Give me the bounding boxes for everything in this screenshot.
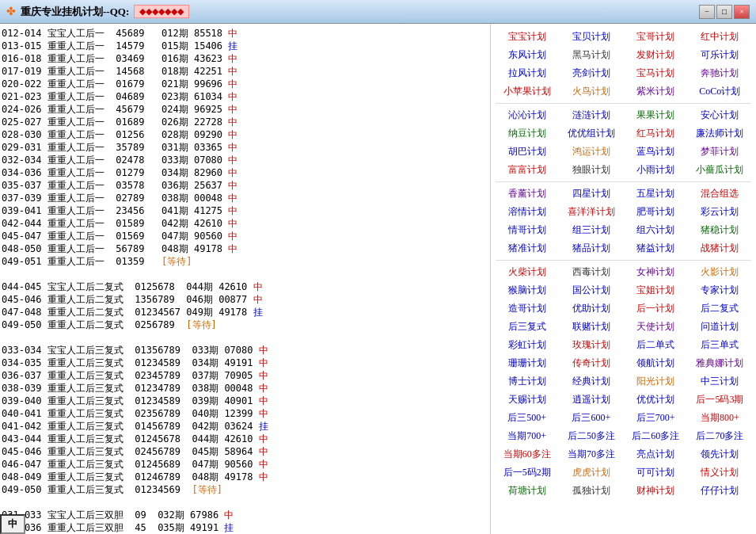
- plan-item[interactable]: 可乐计划: [689, 47, 751, 63]
- plan-item[interactable]: 肥哥计划: [625, 204, 687, 220]
- plan-item[interactable]: 独眼计划: [560, 162, 622, 178]
- plan-item[interactable]: 后三700+: [625, 410, 687, 426]
- plan-item[interactable]: 后二70多注: [689, 428, 751, 444]
- plan-item[interactable]: 喜洋洋计划: [560, 204, 622, 220]
- plan-item[interactable]: 财神计划: [625, 483, 687, 499]
- plan-item[interactable]: 亮剑计划: [560, 65, 622, 82]
- plan-item[interactable]: 问道计划: [689, 318, 751, 335]
- plan-item[interactable]: 果果计划: [625, 107, 687, 124]
- plan-item[interactable]: 博士计划: [496, 373, 558, 390]
- plan-item[interactable]: 后二50多注: [560, 428, 622, 444]
- maximize-button[interactable]: □: [716, 5, 732, 19]
- plan-item[interactable]: 沁沁计划: [496, 107, 558, 124]
- plan-item[interactable]: 宝贝计划: [560, 29, 622, 45]
- right-panel[interactable]: 宝宝计划宝贝计划宝哥计划红中计划东风计划黑马计划发财计划可乐计划拉风计划亮剑计划…: [491, 24, 756, 534]
- plan-item[interactable]: 涟涟计划: [560, 107, 622, 124]
- plan-item[interactable]: 后二60多注: [625, 428, 687, 444]
- plan-item[interactable]: 廉法师计划: [689, 125, 751, 142]
- plan-item[interactable]: 联赌计划: [560, 318, 622, 335]
- plan-item[interactable]: 荷塘计划: [496, 483, 558, 499]
- plan-item[interactable]: 当期800+: [689, 410, 751, 426]
- plan-item[interactable]: 领先计划: [689, 446, 751, 463]
- plan-item[interactable]: 红马计划: [625, 125, 687, 142]
- plan-item[interactable]: 后三单式: [689, 337, 751, 353]
- plan-item[interactable]: 造哥计划: [496, 300, 558, 317]
- plan-item[interactable]: 传奇计划: [560, 355, 622, 372]
- plan-item[interactable]: 宝哥计划: [625, 29, 687, 45]
- plan-item[interactable]: 珊珊计划: [496, 355, 558, 372]
- plan-item[interactable]: 小苹果计划: [496, 83, 558, 100]
- plan-item[interactable]: 宝马计划: [625, 65, 687, 82]
- plan-item[interactable]: 香薰计划: [496, 185, 558, 202]
- close-button[interactable]: ×: [734, 5, 750, 19]
- plan-item[interactable]: 经典计划: [560, 373, 622, 390]
- plan-item[interactable]: 优优计划: [625, 391, 687, 408]
- plan-item[interactable]: 优助计划: [560, 300, 622, 317]
- plan-item[interactable]: CoCo计划: [689, 83, 751, 100]
- plan-item[interactable]: 当期700+: [496, 428, 558, 444]
- plan-item[interactable]: 小雨计划: [625, 162, 687, 178]
- plan-item[interactable]: 五星计划: [625, 185, 687, 202]
- plan-item[interactable]: 后二复式: [689, 300, 751, 317]
- plan-item[interactable]: 宝姐计划: [625, 282, 687, 299]
- plan-item[interactable]: 奔驰计划: [689, 65, 751, 82]
- plan-item[interactable]: 后三600+: [560, 410, 622, 426]
- plan-item[interactable]: 优优组计划: [560, 125, 622, 142]
- plan-item[interactable]: 当期60多注: [496, 446, 558, 463]
- plan-item[interactable]: 鸿运计划: [560, 143, 622, 160]
- plan-item[interactable]: 当期70多注: [560, 446, 622, 463]
- plan-item[interactable]: 战猪计划: [689, 240, 751, 257]
- plan-item[interactable]: 专家计划: [689, 282, 751, 299]
- plan-item[interactable]: 红中计划: [689, 29, 751, 45]
- plan-item[interactable]: 后一计划: [625, 300, 687, 317]
- plan-item[interactable]: 后二单式: [625, 337, 687, 353]
- plan-item[interactable]: 可可计划: [625, 464, 687, 481]
- plan-item[interactable]: 猪益计划: [625, 240, 687, 257]
- plan-item[interactable]: 领航计划: [625, 355, 687, 372]
- plan-item[interactable]: 后一5码2期: [496, 464, 558, 481]
- plan-item[interactable]: 后一5码3期: [689, 391, 751, 408]
- plan-item[interactable]: 宝宝计划: [496, 29, 558, 45]
- plan-item[interactable]: 混合组选: [689, 185, 751, 202]
- plan-item[interactable]: 虎虎计划: [560, 464, 622, 481]
- plan-item[interactable]: 猪品计划: [560, 240, 622, 257]
- plan-item[interactable]: 猪准计划: [496, 240, 558, 257]
- plan-item[interactable]: 阳光计划: [625, 373, 687, 390]
- plan-item[interactable]: 猴脑计划: [496, 282, 558, 299]
- plan-item[interactable]: 四星计划: [560, 185, 622, 202]
- plan-item[interactable]: 情义计划: [689, 464, 751, 481]
- plan-item[interactable]: 逍遥计划: [560, 391, 622, 408]
- plan-item[interactable]: 天使计划: [625, 318, 687, 335]
- plan-item[interactable]: 雅典娜计划: [689, 355, 751, 372]
- plan-item[interactable]: 仔仔计划: [689, 483, 751, 499]
- plan-item[interactable]: 拉风计划: [496, 65, 558, 82]
- plan-item[interactable]: 火鸟计划: [560, 83, 622, 100]
- plan-item[interactable]: 彩虹计划: [496, 337, 558, 353]
- plan-item[interactable]: 女神计划: [625, 264, 687, 280]
- plan-item[interactable]: 黑马计划: [560, 47, 622, 63]
- plan-item[interactable]: 蓝鸟计划: [625, 143, 687, 160]
- plan-item[interactable]: 组六计划: [625, 222, 687, 238]
- plan-item[interactable]: 紫米计划: [625, 83, 687, 100]
- plan-item[interactable]: 玫瑰计划: [560, 337, 622, 353]
- plan-item[interactable]: 后三500+: [496, 410, 558, 426]
- plan-item[interactable]: 猪稳计划: [689, 222, 751, 238]
- plan-item[interactable]: 发财计划: [625, 47, 687, 63]
- left-panel-inner[interactable]: 012-014 宝宝人工后一 45689 012期 85518 中 013-01…: [0, 24, 490, 534]
- plan-item[interactable]: 小薔瓜计划: [689, 162, 751, 178]
- plan-item[interactable]: 彩云计划: [689, 204, 751, 220]
- minimize-button[interactable]: −: [699, 5, 715, 19]
- plan-item[interactable]: 富富计划: [496, 162, 558, 178]
- plan-item[interactable]: 胡巴计划: [496, 143, 558, 160]
- plan-item[interactable]: 天赐计划: [496, 391, 558, 408]
- plan-item[interactable]: 火柴计划: [496, 264, 558, 280]
- plan-item[interactable]: 情哥计划: [496, 222, 558, 238]
- plan-item[interactable]: 孤独计划: [560, 483, 622, 499]
- plan-item[interactable]: 东风计划: [496, 47, 558, 63]
- plan-item[interactable]: 溶情计划: [496, 204, 558, 220]
- plan-item[interactable]: 梦菲计划: [689, 143, 751, 160]
- plan-item[interactable]: 西毒计划: [560, 264, 622, 280]
- plan-item[interactable]: 国公计划: [560, 282, 622, 299]
- plan-item[interactable]: 火影计划: [689, 264, 751, 280]
- plan-item[interactable]: 后三复式: [496, 318, 558, 335]
